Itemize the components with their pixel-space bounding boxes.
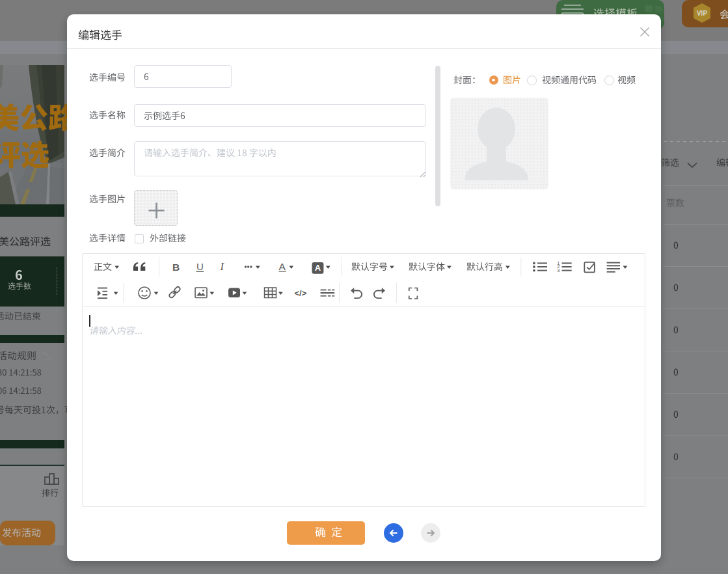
svg-text:A: A <box>315 263 321 273</box>
svg-text:</>: </> <box>295 288 307 298</box>
svg-text:B: B <box>172 262 180 273</box>
svg-text:U: U <box>196 261 204 272</box>
svg-text:3: 3 <box>557 267 559 273</box>
svg-text:I: I <box>220 260 225 273</box>
svg-text:A: A <box>279 261 286 272</box>
